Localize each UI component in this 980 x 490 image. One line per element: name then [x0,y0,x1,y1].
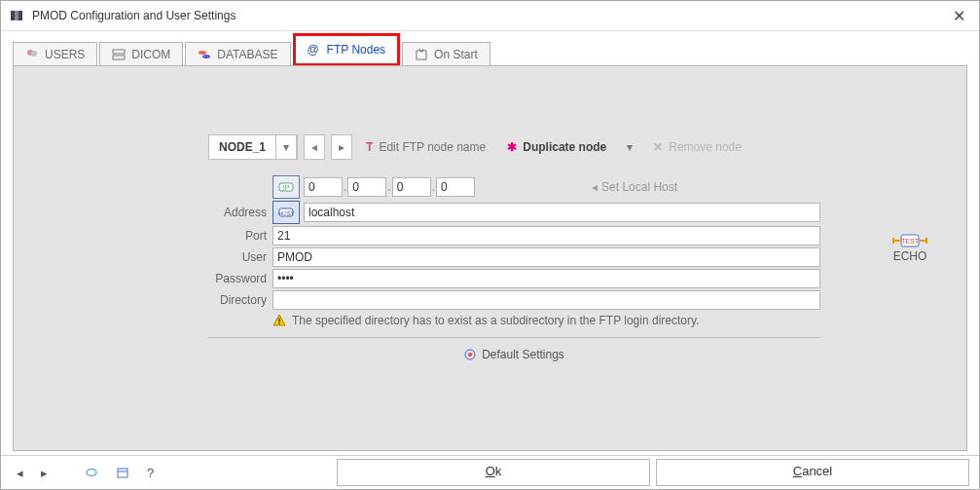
echo-button[interactable]: TEST ECHO [892,232,927,263]
divider [208,337,820,338]
default-settings-label: Default Settings [482,348,564,361]
edit-label: Edit FTP node name [379,140,486,154]
nav-prev-button[interactable]: ◂ [11,466,29,480]
ok-button[interactable]: Ok [337,459,650,486]
row-address-ip: IP . . . ◂ Set Local Host [208,175,820,199]
svg-point-8 [202,55,210,58]
ftp-form: IP . . . ◂ Set Local Host Address HOST P… [208,175,820,361]
svg-point-4 [31,51,37,57]
svg-rect-23 [926,238,927,244]
svg-text:HOST: HOST [278,210,294,216]
tab-label: DICOM [131,48,170,61]
svg-rect-22 [892,238,894,244]
ftp-panel: NODE_1 ▾ ◂ ▸ T Edit FTP node name ✱ Dupl… [13,65,967,451]
svg-rect-25 [118,469,127,477]
tab-label: On Start [434,48,478,61]
tab-database[interactable]: DATABASE [185,42,290,66]
svg-rect-14 [278,319,279,322]
tab-users[interactable]: USERS [13,42,97,66]
label-port: Port [208,229,267,243]
svg-point-7 [199,51,206,55]
host-mode-toggle[interactable]: HOST [272,201,300,224]
row-address-host: Address HOST [208,201,820,224]
titlebar: PMOD Configuration and User Settings ✕ [1,1,979,31]
config-window: PMOD Configuration and User Settings ✕ U… [0,0,980,490]
tab-label: FTP Nodes [327,43,385,57]
prev-node-button[interactable]: ◂ [304,134,325,160]
node-toolbar: NODE_1 ▾ ◂ ▸ T Edit FTP node name ✱ Dupl… [208,134,749,160]
app-icon [9,8,24,23]
tab-dicom[interactable]: DICOM [99,42,183,66]
dicom-icon [112,48,126,61]
echo-icon: TEST [892,232,927,249]
next-node-button[interactable]: ▸ [331,134,352,160]
ip-octet-4[interactable] [436,177,475,197]
svg-rect-5 [113,50,125,54]
port-input[interactable] [272,226,820,245]
tab-ftp-nodes[interactable]: @ FTP Nodes [293,33,400,66]
duplicate-icon: ✱ [507,140,517,154]
hint-text: The specified directory has to exist as … [292,314,699,327]
ip-octet-1[interactable] [304,177,343,197]
window-title: PMOD Configuration and User Settings [32,9,939,22]
label-address: Address [208,206,267,219]
duplicate-dropdown[interactable]: ▾ [620,135,639,159]
svg-rect-6 [113,56,125,59]
svg-rect-0 [11,11,15,20]
at-icon: @ [308,43,321,57]
close-icon[interactable]: ✕ [947,7,971,25]
onstart-icon [415,48,428,61]
users-icon [25,48,39,61]
row-password: Password [208,269,820,288]
bottom-toolbar: ◂ ▸ ? Ok Cancel [1,455,979,489]
row-directory: Directory [208,290,820,310]
duplicate-node-button[interactable]: ✱ Duplicate node [499,140,614,154]
directory-input[interactable] [272,290,820,310]
row-port: Port [208,226,820,245]
tab-strip: USERS DICOM DATABASE @ FTP Nodes On Star… [13,41,967,66]
directory-hint: The specified directory has to exist as … [272,314,820,327]
calendar-icon[interactable] [110,466,135,479]
remove-label: Remove node [669,140,742,154]
ok-label: O [486,464,495,478]
help-button[interactable]: ? [141,466,160,480]
label-password: Password [208,272,267,285]
echo-label: ECHO [893,249,927,263]
cancel-button[interactable]: Cancel [656,459,969,486]
user-input[interactable] [272,247,820,267]
svg-point-24 [87,470,96,476]
tab-label: DATABASE [217,48,277,61]
tab-label: USERS [45,48,85,61]
loop-icon[interactable] [79,466,104,479]
warning-icon [272,314,286,327]
node-select[interactable]: NODE_1 ▾ [208,134,298,160]
text-edit-icon: T [366,140,373,154]
database-icon [198,48,211,61]
remove-icon: ✕ [653,140,663,154]
tab-on-start[interactable]: On Start [402,42,490,66]
set-local-host-button[interactable]: ◂ Set Local Host [592,180,677,194]
setlocal-label: Set Local Host [601,180,677,194]
label-user: User [208,250,267,264]
chevron-down-icon[interactable]: ▾ [275,134,297,160]
client-area: USERS DICOM DATABASE @ FTP Nodes On Star… [1,31,979,455]
ip-octet-2[interactable] [347,177,386,197]
svg-rect-1 [15,11,18,20]
svg-point-17 [468,353,472,357]
svg-rect-2 [18,11,22,20]
ip-mode-toggle[interactable]: IP [272,175,300,199]
label-directory: Directory [208,293,267,307]
node-select-value: NODE_1 [209,140,275,154]
duplicate-label: Duplicate node [523,140,606,154]
password-input[interactable] [272,269,820,288]
nav-next-button[interactable]: ▸ [35,466,54,480]
edit-node-name-button[interactable]: T Edit FTP node name [358,140,493,154]
svg-text:TEST: TEST [901,238,920,245]
host-input[interactable] [304,203,820,222]
row-user: User [208,247,820,267]
svg-rect-15 [278,323,279,324]
svg-text:IP: IP [283,184,290,191]
ip-octet-3[interactable] [392,177,431,197]
remove-node-button[interactable]: ✕ Remove node [645,140,749,154]
default-settings-button[interactable]: Default Settings [208,348,820,361]
